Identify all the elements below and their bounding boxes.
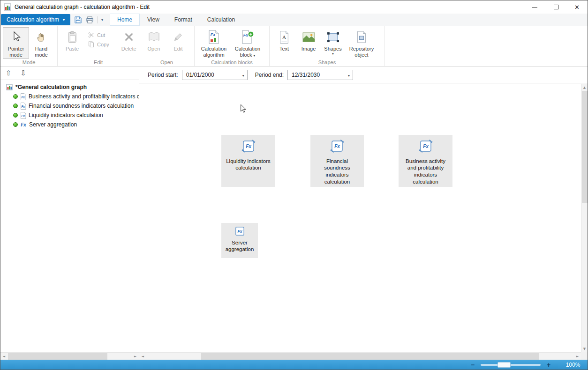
tab-calculation[interactable]: Calculation [200, 14, 242, 26]
save-button[interactable] [73, 15, 83, 25]
scroll-right-icon[interactable]: ► [132, 353, 139, 360]
scrollbar-thumb[interactable] [8, 353, 107, 360]
ribbon-tab-row: Calculation algorithm ▾ ▾ Home View Form… [0, 14, 588, 26]
block-liquidity-indicators[interactable]: Fx Liquidity indicators calculation [221, 135, 275, 187]
delete-button[interactable]: Delete [117, 27, 141, 52]
shapes-button[interactable]: Shapes▾ [321, 27, 345, 57]
image-button[interactable]: Image [296, 27, 321, 52]
status-dot-icon [13, 104, 18, 108]
title-bar: General calculation graph - calculation … [0, 0, 588, 14]
body-area: ⇧ ⇩ *General calculation graph Fx Busine… [0, 67, 588, 360]
scroll-right-icon[interactable]: ► [574, 353, 581, 360]
scroll-up-icon[interactable]: ▲ [581, 84, 588, 91]
pointer-icon [11, 29, 21, 45]
svg-text:Fx: Fx [243, 33, 249, 37]
shapes-label: Shapes [324, 46, 341, 52]
period-start-combobox[interactable]: 01/01/2000 ▾ [182, 70, 248, 80]
move-down-button[interactable]: ⇩ [21, 69, 27, 77]
fx-block-icon: Fx [418, 138, 434, 156]
paste-label: Paste [66, 46, 79, 52]
status-bar: − + 100% [0, 360, 588, 370]
shapes-icon [327, 29, 339, 45]
graph-canvas[interactable]: Fx Liquidity indicators calculation Fx F… [139, 84, 581, 352]
close-button[interactable]: ✕ [566, 0, 588, 14]
block-label: Business activity and profitability indi… [401, 158, 451, 185]
repository-object-button[interactable]: Repository object [345, 27, 378, 59]
tree-item[interactable]: Fx Business activity and profitability i… [0, 92, 139, 101]
canvas-hscrollbar[interactable]: ◄ ► [139, 352, 581, 360]
window-controls: ✕ [524, 0, 588, 14]
graph-icon [6, 84, 13, 90]
move-up-button[interactable]: ⇧ [6, 69, 12, 77]
pointer-mode-button[interactable]: Pointer mode [3, 27, 29, 59]
calculation-algorithm-button[interactable]: Fx Calculation algorithm [197, 27, 231, 59]
minimize-button[interactable] [524, 0, 545, 14]
scrollbar-thumb[interactable] [201, 353, 539, 360]
hand-mode-label: Hand mode [31, 46, 52, 58]
open-book-icon [148, 29, 160, 45]
block-label: Financial soundness indicators calculati… [318, 158, 356, 185]
fx-block-icon: Fx [234, 226, 245, 238]
tab-view[interactable]: View [140, 14, 167, 26]
ribbon-group-mode: Pointer mode Hand mode Mode [0, 26, 58, 66]
chevron-down-icon: ▾ [254, 54, 256, 57]
zoom-slider[interactable] [481, 364, 541, 366]
maximize-button[interactable] [545, 0, 566, 14]
chevron-down-icon: ▾ [348, 74, 350, 78]
ribbon-group-calculation-blocks: Fx Calculation algorithm Fx Calculation … [195, 26, 270, 66]
scrollbar-thumb[interactable] [582, 91, 588, 203]
canvas-vscrollbar[interactable]: ▲ ▼ [581, 84, 588, 352]
tab-home[interactable]: Home [110, 14, 140, 26]
zoom-out-button[interactable]: − [466, 362, 480, 368]
period-start-label: Period start: [148, 72, 178, 78]
tree-item[interactable]: Fx Server aggregation [0, 120, 139, 129]
shapes-group-label: Shapes [270, 59, 384, 65]
block-label: Liquidity indicators calculation [222, 158, 275, 171]
cut-button[interactable]: Cut [84, 31, 113, 38]
app-menu-button[interactable]: Calculation algorithm ▾ [1, 14, 70, 25]
hand-mode-button[interactable]: Hand mode [29, 27, 53, 59]
hand-icon [36, 29, 47, 45]
status-dot-icon [13, 113, 18, 118]
period-end-combobox[interactable]: 12/31/2030 ▾ [287, 70, 353, 80]
ribbon-tabs: Home View Format Calculation [110, 14, 242, 26]
open-group-label: Open [139, 59, 194, 65]
tree-root[interactable]: *General calculation graph [0, 82, 139, 92]
calculation-block-button[interactable]: Fx Calculation block ▾ [231, 27, 264, 59]
print-button[interactable] [84, 15, 95, 25]
zoom-slider-thumb[interactable] [498, 362, 511, 368]
open-button[interactable]: Open [142, 27, 166, 52]
toolbar-separator [97, 16, 98, 23]
panel-hscrollbar[interactable]: ◄ ► [0, 352, 139, 360]
block-business-activity[interactable]: Fx Business activity and profitability i… [399, 135, 452, 187]
tree-item[interactable]: Fx Liquidity indicators calculation [0, 111, 139, 120]
tab-format[interactable]: Format [167, 14, 200, 26]
chevron-down-icon: ▾ [242, 74, 244, 78]
text-document-icon: A [279, 29, 290, 45]
tree-item[interactable]: Fx Financial soundness indicators calcul… [0, 101, 139, 111]
paste-button[interactable]: Paste [60, 27, 84, 52]
block-label: Server aggregation [223, 239, 256, 253]
cut-label: Cut [97, 32, 105, 38]
scroll-left-icon[interactable]: ◄ [139, 353, 146, 360]
edit-label: Edit [174, 46, 183, 52]
ribbon-group-shapes: A Text Image Shapes▾ Repositor [270, 26, 385, 66]
open-label: Open [148, 46, 160, 52]
block-financial-soundness[interactable]: Fx Financial soundness indicators calcul… [310, 135, 364, 187]
scroll-left-icon[interactable]: ◄ [0, 353, 8, 360]
block-server-aggregation[interactable]: Fx Server aggregation [221, 223, 258, 258]
structure-panel: ⇧ ⇩ *General calculation graph Fx Busine… [0, 67, 139, 360]
svg-text:Fx: Fx [211, 32, 216, 37]
zoom-in-button[interactable]: + [542, 362, 556, 368]
svg-text:Fx: Fx [21, 96, 25, 99]
text-button[interactable]: A Text [272, 27, 296, 52]
svg-text:Fx: Fx [423, 144, 429, 149]
copy-button[interactable]: Copy [84, 41, 113, 48]
chevron-down-icon: ▾ [324, 52, 341, 56]
text-label: Text [279, 46, 289, 52]
app-menu-label: Calculation algorithm [7, 16, 59, 23]
qat-dropdown-button[interactable]: ▾ [99, 18, 105, 22]
tree-root-label: *General calculation graph [15, 84, 87, 90]
edit-button[interactable]: Edit [166, 27, 190, 52]
scroll-down-icon[interactable]: ▼ [581, 345, 588, 352]
